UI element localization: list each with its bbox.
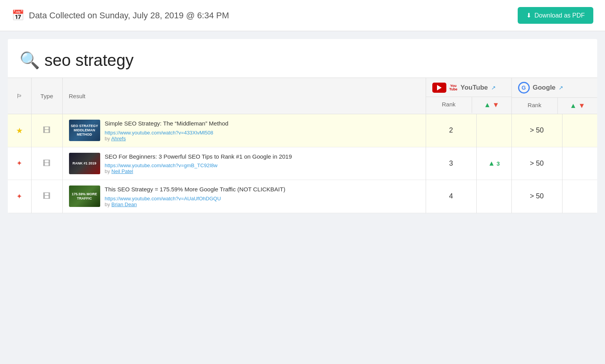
g-sort-header: ▲ ▼ <box>558 98 597 114</box>
google-platform-label: Google <box>533 84 556 92</box>
video-type-icon: 🎞 <box>43 192 51 200</box>
type-column-header: Type <box>31 78 62 114</box>
table-row: ✦ 🎞 Rank #1 2019 SEO For Beginners: 3 Po… <box>8 147 597 180</box>
flag-header-icon: 🏳 <box>16 93 22 99</box>
result-url[interactable]: https://www.youtube.com/watch?v=AUaUfOhD… <box>105 196 221 201</box>
g-rank-header: Rank <box>512 98 558 114</box>
search-query: seo strategy <box>44 51 134 70</box>
result-data-cell: Rank #1 2019 SEO For Beginners: 3 Powerf… <box>62 147 426 180</box>
result-cell: SEO Strategy Middleman Method Simple SEO… <box>69 120 419 141</box>
result-data-cell: SEO Strategy Middleman Method Simple SEO… <box>62 114 426 147</box>
flag-cell: ★ <box>8 114 31 147</box>
data-collected-text: Data Collected on Sunday, July 28, 2019 … <box>29 11 229 21</box>
yt-rank-cell: 4 <box>426 180 476 213</box>
download-pdf-button[interactable]: ⬇ Download as PDF <box>518 7 593 24</box>
result-author: by Ahrefs <box>105 136 419 141</box>
video-type-icon: 🎞 <box>43 159 51 168</box>
calendar-icon: 📅 <box>12 9 24 21</box>
yt-change-cell <box>476 114 511 147</box>
result-column-header: Result <box>62 78 426 114</box>
yt-change-cell <box>476 180 511 213</box>
g-change-cell <box>562 147 597 180</box>
table-row: ★ 🎞 SEO Strategy Middleman Method Simple… <box>8 114 597 147</box>
results-table: 🏳 Type Result You Tube <box>8 78 597 213</box>
yt-label-bottom: Tube <box>449 88 458 91</box>
results-table-wrapper: 🏳 Type Result You Tube <box>8 78 597 213</box>
download-icon: ⬇ <box>526 12 531 19</box>
result-data-cell: 175.59% More Traffic This SEO Strategy =… <box>62 180 426 213</box>
g-rank-value: > 50 <box>530 192 544 200</box>
video-type-icon: 🎞 <box>43 126 51 134</box>
type-cell: 🎞 <box>31 147 62 180</box>
yt-sort-header: ▲ ▼ <box>472 97 511 113</box>
yt-rank-cell: 3 <box>426 147 476 180</box>
yt-rank-value: 2 <box>449 126 453 134</box>
star-flag-icon[interactable]: ★ <box>16 126 23 135</box>
header-title: 📅 Data Collected on Sunday, July 28, 201… <box>12 9 229 21</box>
result-cell: 175.59% More Traffic This SEO Strategy =… <box>69 186 419 207</box>
google-external-link-icon[interactable]: ↗ <box>559 85 563 91</box>
g-rank-cell: > 50 <box>511 180 562 213</box>
table-header-row: 🏳 Type Result You Tube <box>8 78 597 114</box>
type-cell: 🎞 <box>31 180 62 213</box>
header-bar: 📅 Data Collected on Sunday, July 28, 201… <box>0 0 605 31</box>
g-rank-cell: > 50 <box>511 147 562 180</box>
type-cell: 🎞 <box>31 114 62 147</box>
result-author: by Neil Patel <box>105 168 419 174</box>
search-icon: 🔍 <box>19 51 40 70</box>
yt-sort-up-button[interactable]: ▲ <box>484 101 491 109</box>
flag-cell: ✦ <box>8 180 31 213</box>
result-thumbnail: Rank #1 2019 <box>69 153 100 174</box>
result-author: by Brian Dean <box>105 201 419 207</box>
result-cell: Rank #1 2019 SEO For Beginners: 3 Powerf… <box>69 153 419 175</box>
g-rank-cell: > 50 <box>511 114 562 147</box>
g-sort-down-button[interactable]: ▼ <box>578 102 585 110</box>
youtube-platform-label: YouTube <box>460 84 488 92</box>
google-logo-icon: G <box>518 82 530 94</box>
yt-rank-header: Rank <box>426 97 472 113</box>
g-rank-value: > 50 <box>530 126 544 134</box>
move-flag-icon[interactable]: ✦ <box>16 193 22 200</box>
flag-cell: ✦ <box>8 147 31 180</box>
g-change-cell <box>562 114 597 147</box>
youtube-external-link-icon[interactable]: ↗ <box>491 85 496 91</box>
yt-rank-cell: 2 <box>426 114 476 147</box>
result-title: This SEO Strategy = 175.59% More Google … <box>105 186 419 193</box>
yt-rank-value: 4 <box>449 192 453 200</box>
result-title: Simple SEO Strategy: The “Middleman” Met… <box>105 120 419 127</box>
download-label: Download as PDF <box>534 12 585 19</box>
yt-sort-down-button[interactable]: ▼ <box>492 101 499 109</box>
result-title: SEO For Beginners: 3 Powerful SEO Tips t… <box>105 153 419 161</box>
g-rank-value: > 50 <box>530 159 544 167</box>
table-row: ✦ 🎞 175.59% More Traffic This SEO Strate… <box>8 180 597 213</box>
g-sort-up-button[interactable]: ▲ <box>570 102 577 110</box>
yt-rank-change: ▲ 3 <box>483 159 505 168</box>
result-thumbnail: SEO Strategy Middleman Method <box>69 120 100 141</box>
yt-change-cell: ▲ 3 <box>476 147 511 180</box>
move-flag-icon[interactable]: ✦ <box>16 159 22 167</box>
youtube-logo-icon <box>432 83 446 93</box>
result-url[interactable]: https://www.youtube.com/watch?v=433XlvMl… <box>105 130 214 136</box>
result-url[interactable]: https://www.youtube.com/watch?v=gmB_TC92… <box>105 163 218 168</box>
result-thumbnail: 175.59% More Traffic <box>69 186 100 207</box>
g-change-cell <box>562 180 597 213</box>
main-content: 🔍 seo strategy 🏳 Type <box>8 39 597 213</box>
search-header: 🔍 seo strategy <box>8 39 597 70</box>
yt-rank-value: 3 <box>449 159 453 167</box>
